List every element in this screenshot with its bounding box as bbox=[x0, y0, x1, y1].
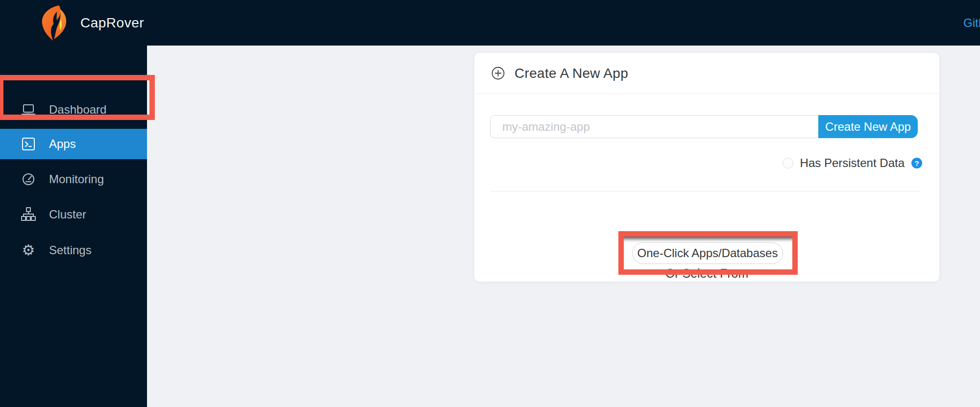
card-title: Create A New App bbox=[514, 66, 628, 81]
plus-circle-icon bbox=[491, 67, 505, 80]
cluster-icon bbox=[21, 207, 36, 222]
caprover-brand[interactable]: CapRover bbox=[39, 0, 144, 46]
top-navbar: CapRover GitHub bbox=[0, 0, 980, 46]
one-click-apps-databases-button[interactable]: One-Click Apps/Databases bbox=[632, 242, 783, 264]
question-circle-icon[interactable]: ? bbox=[911, 158, 922, 168]
main-content: Create A New App Create New App Has Pers… bbox=[147, 46, 980, 407]
laptop-icon bbox=[21, 102, 36, 118]
gear-icon: ⚙ bbox=[21, 242, 36, 258]
has-persistent-data-checkbox[interactable] bbox=[783, 158, 793, 168]
sidebar-item-settings[interactable]: ⚙ Settings bbox=[0, 235, 147, 265]
app-name-input[interactable] bbox=[490, 115, 818, 138]
sidebar-item-label: Cluster bbox=[49, 208, 86, 221]
sidebar-item-label: Dashboard bbox=[49, 103, 106, 117]
sidebar-item-dashboard[interactable]: Dashboard bbox=[0, 95, 147, 125]
sidebar-item-monitoring[interactable]: Monitoring bbox=[0, 164, 147, 194]
sidebar-item-cluster[interactable]: Cluster bbox=[0, 199, 147, 230]
sidebar-item-label: Apps bbox=[49, 137, 76, 151]
gauge-icon bbox=[21, 171, 36, 187]
github-link[interactable]: GitHub bbox=[963, 0, 980, 46]
sidebar: Dashboard Apps Monitoring Cluster ⚙ Sett… bbox=[0, 46, 147, 407]
sidebar-item-apps[interactable]: Apps bbox=[0, 129, 147, 159]
create-app-card: Create A New App Create New App Has Pers… bbox=[474, 53, 939, 282]
card-header: Create A New App bbox=[474, 53, 939, 94]
sidebar-item-label: Monitoring bbox=[49, 172, 104, 186]
code-icon bbox=[21, 136, 36, 152]
app-name-row: Create New App bbox=[490, 115, 918, 138]
persistent-data-row: Has Persistent Data ? bbox=[783, 156, 922, 170]
or-select-from-label: Or Select From bbox=[474, 266, 939, 281]
create-new-app-button[interactable]: Create New App bbox=[818, 115, 918, 138]
divider bbox=[490, 191, 920, 192]
brand-name: CapRover bbox=[80, 15, 144, 31]
has-persistent-data-label: Has Persistent Data bbox=[800, 156, 905, 170]
sidebar-item-label: Settings bbox=[49, 243, 92, 257]
caprover-flame-logo bbox=[39, 5, 70, 41]
